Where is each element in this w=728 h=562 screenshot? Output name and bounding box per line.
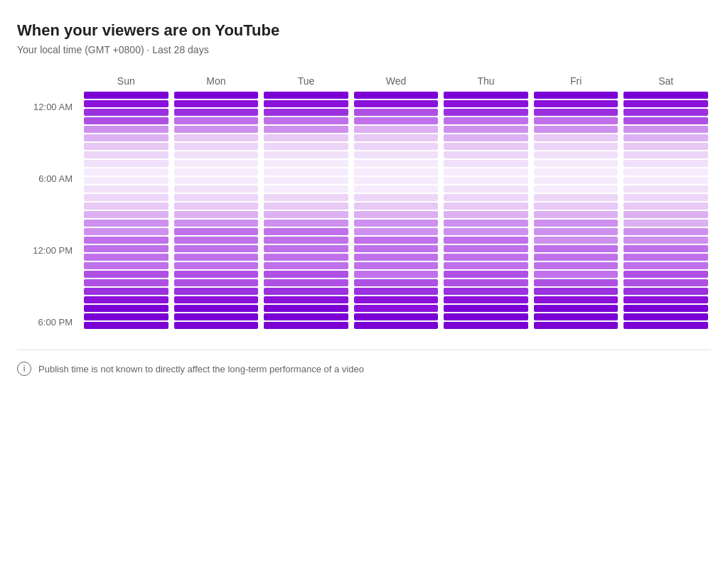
cell (623, 305, 708, 312)
page-subtitle: Your local time (GMT +0800) · Last 28 da… (17, 44, 711, 55)
heatmap-cell (441, 236, 531, 244)
heatmap-cell (261, 279, 351, 287)
heatmap-cell (81, 210, 171, 219)
heatmap-cell (261, 108, 351, 117)
heatmap-cell (351, 142, 441, 151)
heatmap-cell (171, 313, 262, 321)
cell (534, 100, 619, 107)
heatmap-cell (81, 321, 171, 330)
heatmap-cell (531, 313, 621, 321)
heatmap-cell (441, 244, 531, 253)
heatmap-cell (171, 91, 262, 99)
cell (264, 168, 348, 175)
cell (623, 160, 708, 167)
cell (84, 185, 168, 193)
footer-text: Publish time is not known to directly af… (38, 364, 364, 374)
cell (264, 288, 348, 295)
cell (354, 185, 439, 193)
heatmap-row (81, 321, 711, 330)
page-title: When your viewers are on YouTube (17, 21, 711, 40)
heatmap-cell (171, 193, 262, 202)
heatmap-cell (531, 193, 621, 202)
cell (534, 279, 619, 286)
cell (84, 271, 168, 278)
cell (354, 202, 439, 210)
heatmap-cell (531, 185, 621, 193)
heatmap-cell (621, 168, 711, 176)
cell (623, 194, 708, 201)
cell (444, 134, 528, 141)
cell (264, 211, 348, 218)
heatmap-cell (81, 168, 171, 176)
y-label: 12:00 PM (17, 246, 81, 255)
heatmap-cell (441, 108, 531, 117)
heatmap-cell (81, 287, 171, 296)
heatmap-cell (261, 151, 351, 159)
heatmap-cell (351, 202, 441, 210)
heatmap-cell (621, 227, 711, 236)
heatmap-cell (531, 219, 621, 227)
heatmap-cell (351, 168, 441, 176)
cell (444, 279, 528, 286)
heatmap-cell (261, 321, 351, 330)
heatmap-cell (531, 134, 621, 142)
cell (174, 228, 259, 235)
heatmap-row (81, 270, 711, 279)
y-label: 6:00 PM (17, 318, 81, 327)
cell (534, 245, 619, 252)
day-column-header: Tue (261, 75, 351, 87)
heatmap-cell (441, 193, 531, 202)
cell (84, 126, 168, 133)
heatmap-cell (441, 99, 531, 108)
heatmap-cell (621, 236, 711, 244)
day-column-header: Mon (171, 75, 262, 87)
cell (444, 305, 528, 312)
day-column-header: Sun (81, 75, 171, 87)
heatmap-cell (81, 159, 171, 168)
heatmap-cell (261, 99, 351, 108)
heatmap-cell (351, 219, 441, 227)
cell (444, 100, 528, 107)
heatmap-row (81, 185, 711, 193)
cell (174, 262, 259, 269)
heatmap-cell (531, 296, 621, 304)
cell (534, 271, 619, 278)
cell (264, 117, 348, 124)
heatmap-row (81, 202, 711, 210)
cell (174, 100, 259, 107)
heatmap-cell (531, 151, 621, 159)
cell (174, 168, 259, 175)
cell (623, 134, 708, 141)
heatmap-cell (261, 168, 351, 176)
cell (84, 160, 168, 167)
cell (534, 254, 619, 261)
cell (174, 126, 259, 133)
heatmap-cell (441, 91, 531, 99)
heatmap-row (81, 159, 711, 168)
heatmap-cell (441, 168, 531, 176)
cell (623, 126, 708, 133)
heatmap-cell (441, 142, 531, 151)
heatmap-cell (531, 321, 621, 330)
day-column-header: Wed (351, 75, 441, 87)
cell (174, 109, 259, 116)
heatmap-cell (441, 261, 531, 270)
cell (534, 202, 619, 210)
cell (84, 168, 168, 175)
cell (264, 134, 348, 141)
cell (623, 109, 708, 116)
heatmap-cell (351, 185, 441, 193)
heatmap-cell (351, 210, 441, 219)
cell (84, 194, 168, 201)
heatmap-cell (441, 151, 531, 159)
cell (264, 177, 348, 184)
heatmap-cell (351, 117, 441, 125)
grid-area: SunMonTueWedThuFriSat (81, 75, 711, 330)
heatmap-cell (531, 244, 621, 253)
heatmap-cell (81, 227, 171, 236)
cell (534, 168, 619, 175)
heatmap-cell (351, 313, 441, 321)
cell (444, 160, 528, 167)
heatmap-cell (441, 227, 531, 236)
cell (354, 322, 439, 329)
